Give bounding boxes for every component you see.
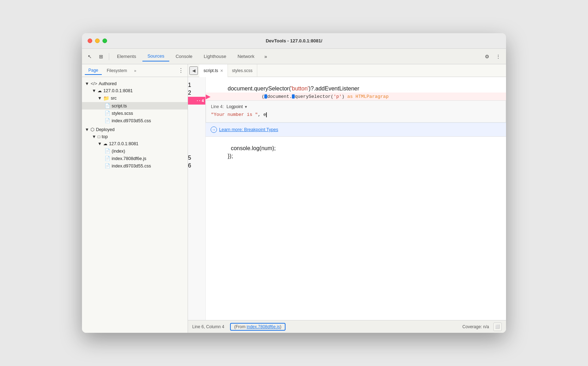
sidebar: Page Filesystem » ⋮ ▼ </> Authored ▼ ☁ 1… bbox=[82, 64, 188, 333]
code-line-4-row: ▶ (document.querySelector('p') as HTMLPa… bbox=[206, 93, 506, 100]
statusbar-right: Coverage: n/a ⬜ bbox=[463, 323, 502, 331]
status-from-suffix: ) bbox=[280, 324, 281, 329]
logpoint-dropdown-arrow: ▼ bbox=[244, 105, 248, 109]
index-file-icon: 📄 bbox=[105, 148, 110, 154]
cursor-icon[interactable]: ↖ bbox=[85, 52, 95, 61]
code-token-p: 'p' bbox=[334, 94, 342, 99]
code-token-html: HTMLParagrap bbox=[353, 94, 388, 99]
expand-button[interactable]: ⬜ bbox=[493, 323, 502, 331]
breakpoint-dots: ·· bbox=[196, 99, 201, 103]
breakpoint-row-gutter: ·· 4 bbox=[188, 97, 205, 105]
logpoint-popup: Line 4: Logpoint ▼ "Your number is ", e bbox=[206, 100, 506, 123]
cloud-icon-2: ☁ bbox=[103, 141, 107, 146]
statusbar: Line 6, Column 4 (From index.7808df6e.js… bbox=[188, 320, 506, 333]
editor-tab-styles-scss[interactable]: styles.scss bbox=[228, 64, 257, 77]
code-lines[interactable]: document.querySelector('button')?.addEve… bbox=[206, 77, 506, 320]
deployed-icon: ⬡ bbox=[90, 127, 94, 132]
logpoint-comma: , e bbox=[258, 112, 266, 117]
top-label: top bbox=[102, 134, 108, 139]
devtools-window: DevTools - 127.0.0.1:8081/ ↖ ⊞ Elements … bbox=[82, 33, 506, 333]
editor-tab-bar: ◀ script.ts × styles.scss bbox=[188, 64, 506, 77]
sidebar-tab-page[interactable]: Page bbox=[85, 66, 102, 75]
more-tabs-icon[interactable]: » bbox=[261, 52, 271, 61]
tree-index-file[interactable]: 📄 (index) bbox=[82, 147, 188, 155]
tree-arrow-host2: ▼ bbox=[98, 141, 102, 146]
tree-styles-scss[interactable]: 📄 styles.scss bbox=[82, 110, 188, 117]
logpoint-header: Line 4: Logpoint ▼ bbox=[211, 104, 501, 109]
learn-more-link[interactable]: Learn more: Breakpoint Types bbox=[219, 127, 278, 132]
tree-index-css2[interactable]: 📄 index.d9703d55.css bbox=[82, 162, 188, 170]
code-token-as-kw: as bbox=[347, 94, 353, 99]
logpoint-line-label: Line 4: bbox=[211, 104, 224, 109]
tree-host2[interactable]: ▼ ☁ 127.0.0.1:8081 bbox=[82, 140, 188, 147]
index-css2-label: index.d9703d55.css bbox=[112, 164, 151, 169]
tab-elements[interactable]: Elements bbox=[112, 52, 141, 61]
breakpoint-arrow-icon: ▶ bbox=[206, 93, 212, 100]
logpoint-type-dropdown[interactable]: Logpoint ▼ bbox=[227, 104, 248, 109]
sidebar-menu-icon[interactable]: ⋮ bbox=[177, 67, 185, 75]
breakpoint-marker: ·· 4 bbox=[188, 97, 205, 105]
status-position: Line 6, Column 4 bbox=[192, 324, 224, 329]
editor-tab-script-ts[interactable]: script.ts × bbox=[199, 64, 228, 77]
code-view: 1 2 ·· 4 5 6 bbox=[188, 77, 506, 320]
titlebar: DevTools - 127.0.0.1:8081/ bbox=[82, 33, 506, 49]
minimize-button[interactable] bbox=[95, 39, 100, 43]
index-file-label: (index) bbox=[112, 149, 125, 154]
ts-file-icon: 📄 bbox=[105, 103, 110, 108]
src-label: src bbox=[111, 96, 117, 101]
sidebar-tab-filesystem[interactable]: Filesystem bbox=[103, 67, 130, 75]
tree-arrow-host1: ▼ bbox=[92, 88, 96, 93]
logpoint-input-line[interactable]: "Your number is ", e bbox=[211, 112, 501, 117]
js-file-icon: 📄 bbox=[105, 156, 110, 161]
gutter: 1 2 ·· 4 5 6 bbox=[188, 77, 206, 320]
code-line-6: }); bbox=[206, 144, 506, 152]
editor-tab-script-ts-label: script.ts bbox=[204, 68, 218, 73]
code-token-doc2: document. bbox=[267, 94, 292, 99]
logpoint-string: "Your number is " bbox=[211, 112, 258, 117]
tree-arrow-src: ▼ bbox=[98, 96, 102, 101]
line-num-1: 1 bbox=[188, 81, 205, 89]
layers-icon[interactable]: ⊞ bbox=[96, 52, 106, 61]
tree-index-js[interactable]: 📄 index.7808df6e.js bbox=[82, 155, 188, 162]
sidebar-more-tabs[interactable]: » bbox=[132, 67, 138, 74]
collapse-sidebar-button[interactable]: ◀ bbox=[189, 66, 198, 75]
close-button[interactable] bbox=[88, 39, 92, 43]
tab-sources[interactable]: Sources bbox=[142, 51, 169, 61]
toolbar-right-actions: ⚙ ⋮ bbox=[482, 52, 503, 61]
tab-network[interactable]: Network bbox=[233, 52, 259, 61]
code-token-as: ) bbox=[342, 94, 347, 99]
script-ts-label: script.ts bbox=[112, 104, 127, 108]
window-title: DevTools - 127.0.0.1:8081/ bbox=[266, 38, 322, 43]
code-token-doc1: ( bbox=[256, 94, 264, 99]
tree-host1[interactable]: ▼ ☁ 127.0.0.1:8081 bbox=[82, 87, 188, 94]
code-token-qs: querySelector( bbox=[295, 94, 333, 99]
line-num-2: 2 bbox=[188, 89, 205, 97]
index-css1-label: index.d9703d55.css bbox=[112, 118, 151, 123]
line-num-5: 5 bbox=[188, 154, 205, 162]
tree-section-deployed[interactable]: ▼ ⬡ Deployed bbox=[82, 126, 188, 133]
logpoint-gutter-space bbox=[188, 105, 205, 154]
toolbar-separator bbox=[109, 53, 109, 60]
tree-index-css1[interactable]: 📄 index.d9703d55.css bbox=[82, 117, 188, 124]
tree-script-ts[interactable]: 📄 script.ts bbox=[82, 102, 188, 110]
tab-lighthouse[interactable]: Lighthouse bbox=[199, 52, 231, 61]
tree-top[interactable]: ▼ □ top bbox=[82, 133, 188, 140]
styles-scss-label: styles.scss bbox=[112, 111, 133, 116]
settings-icon[interactable]: ⚙ bbox=[482, 52, 492, 61]
breakpoint-num: 4 bbox=[201, 99, 204, 103]
editor-tab-styles-scss-label: styles.scss bbox=[232, 68, 253, 73]
tab-console[interactable]: Console bbox=[171, 52, 198, 61]
authored-icon: </> bbox=[90, 81, 97, 86]
code-line-6-content: }); bbox=[228, 153, 233, 159]
status-from-badge: (From index.7808df6e.js) bbox=[230, 323, 286, 331]
authored-label: Authored bbox=[99, 81, 117, 86]
maximize-button[interactable] bbox=[102, 39, 107, 43]
tree-section-authored[interactable]: ▼ </> Authored bbox=[82, 80, 188, 87]
logpoint-type-label: Logpoint bbox=[227, 104, 243, 109]
tree-src[interactable]: ▼ 📁 src bbox=[82, 94, 188, 102]
code-container[interactable]: 1 2 ·· 4 5 6 bbox=[188, 77, 506, 320]
more-options-icon[interactable]: ⋮ bbox=[493, 52, 503, 61]
editor-tab-close-icon[interactable]: × bbox=[220, 68, 223, 73]
traffic-lights bbox=[88, 39, 107, 43]
status-from-link[interactable]: index.7808df6e.js bbox=[247, 324, 280, 329]
